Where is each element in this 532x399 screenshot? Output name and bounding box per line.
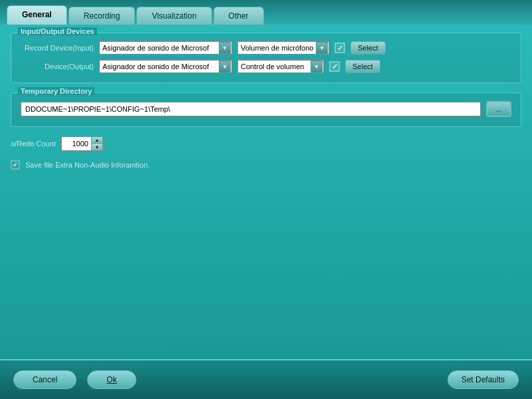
save-file-label: Save file Extra Non-Audio Inforamtion. [25,161,150,169]
output-device-select-wrapper: Asignador de sonido de Microsof ▼ [99,60,232,73]
temp-dir-input[interactable] [21,102,481,116]
record-device-checkmark: ✓ [337,45,343,52]
tabs-bar: General Recording Visualization Other [0,0,532,25]
save-file-checkmark: ✓ [13,162,18,168]
ok-label: Ok [106,375,116,384]
output-device-checkbox[interactable]: ✓ [329,61,340,72]
spinner-up-icon: ▲ [94,138,99,142]
record-device-row: Record Device(Input) Asignador de sonido… [21,41,511,55]
content-area: Input/Output Devices Record Device(Input… [0,25,532,359]
tab-visualization[interactable]: Visualization [136,7,211,25]
record-device-label: Record Device(Input) [21,44,94,52]
undo-redo-input[interactable] [62,138,91,149]
record-channel-select-wrapper: Volumen de micrófono ▼ [237,41,329,55]
temp-dir-title: Temporary Directory [18,87,94,95]
record-channel-select[interactable]: Volumen de micrófono [237,41,329,55]
bottom-bar: Cancel Ok Set Defaults [0,359,532,399]
temp-dir-row: ... [21,101,511,117]
record-device-checkbox[interactable]: ✓ [334,43,345,53]
spinner-buttons: ▲ ▼ [91,137,102,150]
spinner-down-icon: ▼ [94,145,99,150]
output-device-select[interactable]: Asignador de sonido de Microsof [99,60,232,73]
input-output-title: Input/Output Devices [18,27,97,35]
tab-other[interactable]: Other [213,7,264,25]
set-defaults-button[interactable]: Set Defaults [448,370,519,389]
undo-redo-spinner: ▲ ▼ [61,136,103,151]
save-file-checkbox[interactable]: ✓ [11,160,20,170]
output-device-row: Device(Output) Asignador de sonido de Mi… [21,60,511,73]
settings-window: General Recording Visualization Other In… [0,0,532,399]
undo-redo-label: o/Redo Count [11,140,56,148]
tab-general[interactable]: General [7,5,67,25]
cancel-button[interactable]: Cancel [13,370,76,389]
output-select-button[interactable]: Select [345,60,380,73]
temp-dir-group: Temporary Directory ... [11,92,521,127]
tab-recording[interactable]: Recording [68,7,136,25]
output-device-label: Device(Output) [21,63,94,70]
output-channel-select[interactable]: Control de volumen [237,60,324,73]
spinner-down-button[interactable]: ▼ [92,144,102,150]
record-device-select[interactable]: Asignador de sonido de Microsof [99,41,232,55]
output-channel-select-wrapper: Control de volumen ▼ [237,60,324,73]
input-output-group: Input/Output Devices Record Device(Input… [11,33,521,83]
undo-redo-row: o/Redo Count ▲ ▼ [11,136,521,151]
record-device-select-wrapper: Asignador de sonido de Microsof ▼ [99,41,232,55]
bottom-left-buttons: Cancel Ok [13,370,136,389]
record-select-button[interactable]: Select [350,41,386,55]
output-device-checkmark: ✓ [332,63,338,70]
spinner-up-button[interactable]: ▲ [92,137,102,144]
ok-button[interactable]: Ok [87,370,136,389]
browse-button[interactable]: ... [486,101,511,117]
save-file-row: ✓ Save file Extra Non-Audio Inforamtion. [11,160,521,170]
